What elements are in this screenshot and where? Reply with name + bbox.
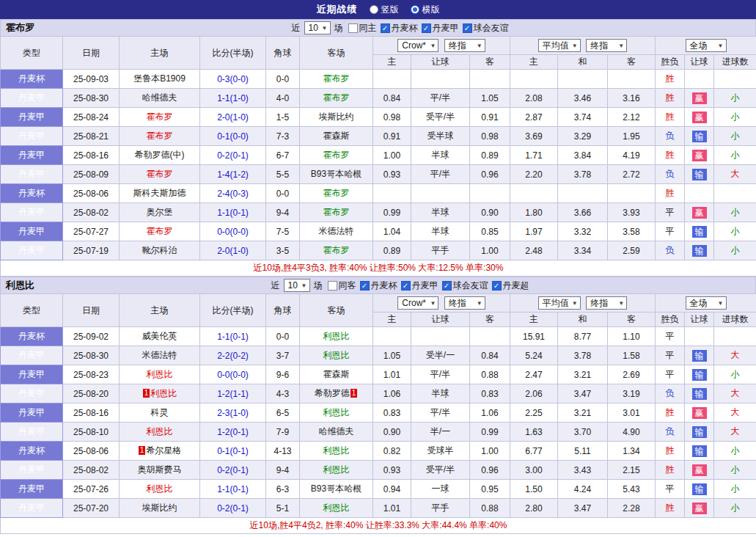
- away-team-cell[interactable]: 希勒罗德1: [300, 384, 373, 403]
- away-team-cell[interactable]: 霍布罗: [300, 203, 373, 222]
- league-type-cell: 丹麦甲: [1, 203, 63, 222]
- filter-checkbox-球会友谊[interactable]: ✓球会友谊: [442, 280, 488, 292]
- checkbox-icon[interactable]: [328, 281, 337, 291]
- layout-radio-horizontal[interactable]: 横版: [411, 4, 440, 16]
- home-team-cell[interactable]: 靴尔科治: [120, 241, 200, 260]
- handicap-result-badge: 输: [692, 245, 707, 257]
- home-team-cell[interactable]: 利恩比: [120, 365, 200, 384]
- odds-stage-select[interactable]: 终指▼: [444, 39, 485, 52]
- away-team-cell[interactable]: 利恩比: [300, 403, 373, 423]
- odds-company-group: Crow*▼ 终指▼: [373, 294, 510, 313]
- home-team-cell[interactable]: 威美伦英: [120, 327, 200, 346]
- avg-odds-cell: 3.47: [558, 499, 608, 518]
- result-scope-select[interactable]: 全场▼: [686, 39, 727, 52]
- checkbox-icon[interactable]: ✓: [381, 23, 390, 33]
- result-text: 平: [666, 369, 675, 379]
- checkbox-icon[interactable]: ✓: [401, 281, 411, 291]
- subcol-avg-draw: 和: [558, 55, 608, 70]
- team-name-text: 米德法特: [142, 350, 177, 360]
- home-team-cell[interactable]: 利恩比: [120, 423, 200, 442]
- checkbox-icon[interactable]: ✓: [360, 281, 370, 291]
- home-team-cell[interactable]: 霍布罗: [120, 108, 200, 127]
- away-team-cell[interactable]: 霍森斯: [300, 365, 373, 384]
- checkbox-icon[interactable]: ✓: [492, 281, 502, 291]
- checkbox-icon[interactable]: ✓: [422, 23, 431, 33]
- away-team-cell[interactable]: 霍布罗: [300, 146, 373, 165]
- filter-checkbox-丹麦杯[interactable]: ✓丹麦杯: [360, 280, 397, 292]
- filter-checkbox-同主[interactable]: 同主: [348, 22, 377, 34]
- match-count-select[interactable]: 10 ▼: [284, 279, 310, 292]
- team-name-text: 霍布罗: [323, 150, 350, 160]
- col-header-home: 主场: [120, 294, 200, 327]
- layout-radio-vertical[interactable]: 竖版: [370, 4, 399, 16]
- home-team-cell[interactable]: 斯科夫斯加德: [120, 184, 200, 203]
- match-count-select[interactable]: 10 ▼: [304, 21, 331, 34]
- away-team-cell[interactable]: 利恩比: [300, 499, 373, 518]
- avg-odds-cell: 2.20: [510, 165, 558, 184]
- odds-stage-select[interactable]: 终指▼: [444, 296, 485, 310]
- filter-checkbox-同客[interactable]: 同客: [328, 280, 356, 292]
- handicap-result-badge: 输: [692, 388, 707, 400]
- filter-checkbox-球会友谊[interactable]: ✓球会友谊: [463, 22, 509, 34]
- home-team-cell[interactable]: 霍布罗: [120, 222, 200, 241]
- result-scope-select[interactable]: 全场▼: [686, 296, 727, 310]
- odds-cell: 半球: [411, 146, 470, 165]
- avg-odds-cell: [558, 70, 608, 89]
- handicap-result-cell: [685, 327, 714, 346]
- result-text: 胜: [666, 92, 675, 103]
- home-team-name: 哈维德夫: [142, 92, 177, 103]
- away-team-cell[interactable]: 哈维德夫: [300, 423, 373, 442]
- filter-checkbox-丹麦杯[interactable]: ✓丹麦杯: [381, 22, 418, 34]
- away-team-cell[interactable]: B93哥本哈根: [300, 165, 373, 184]
- home-team-cell[interactable]: 科灵: [120, 403, 200, 423]
- odds-cell: 0.85: [470, 222, 510, 241]
- home-team-cell[interactable]: 米德法特: [120, 346, 200, 365]
- checkbox-icon[interactable]: [348, 23, 358, 33]
- away-team-cell[interactable]: 利恩比: [300, 442, 373, 461]
- away-team-cell[interactable]: 霍森斯: [300, 127, 373, 146]
- away-team-cell[interactable]: 霍布罗: [300, 89, 373, 108]
- filter-checkbox-丹麦超[interactable]: ✓丹麦超: [492, 280, 529, 292]
- away-team-cell[interactable]: 米德法特: [300, 222, 373, 241]
- avg-stage-select[interactable]: 终指▼: [586, 39, 627, 52]
- home-team-cell[interactable]: 1利恩比: [120, 384, 200, 403]
- checkbox-icon[interactable]: ✓: [442, 281, 452, 291]
- away-team-cell[interactable]: 利恩比: [300, 346, 373, 365]
- result-text: 负: [666, 131, 675, 141]
- avg-odds-cell: 3.93: [608, 203, 656, 222]
- home-team-cell[interactable]: 希勒罗德(中): [120, 146, 200, 165]
- home-team-cell[interactable]: 奥胡斯费马: [120, 461, 200, 480]
- col-header-home: 主场: [120, 37, 200, 70]
- checkbox-icon[interactable]: ✓: [463, 23, 472, 33]
- home-team-cell[interactable]: 哈维德夫: [120, 89, 200, 108]
- home-team-cell[interactable]: 1希尔星格: [120, 442, 200, 461]
- filter-checkbox-丹麦甲[interactable]: ✓丹麦甲: [401, 280, 438, 292]
- away-team-cell[interactable]: 霍布罗: [300, 241, 373, 260]
- odds-cell: 半球: [411, 384, 470, 403]
- home-team-cell[interactable]: 奥尔堡: [120, 203, 200, 222]
- home-team-cell[interactable]: 埃斯比约: [120, 499, 200, 518]
- avg-odds-select[interactable]: 平均值▼: [538, 39, 581, 52]
- filter-checkbox-丹麦甲[interactable]: ✓丹麦甲: [422, 22, 459, 34]
- away-team-cell[interactable]: 霍布罗: [300, 184, 373, 203]
- away-team-cell[interactable]: B93哥本哈根: [300, 480, 373, 499]
- match-row: 丹麦杯25-08-061希尔星格0-1(0-1)4-13利恩比0.82受球半1.…: [1, 442, 756, 461]
- avg-odds-cell: 3.84: [558, 146, 608, 165]
- avg-stage-select[interactable]: 终指▼: [586, 296, 627, 310]
- home-team-cell[interactable]: 堡鲁本B1909: [120, 70, 200, 89]
- handicap-result-cell: 赢: [685, 89, 714, 108]
- away-team-cell[interactable]: 埃斯比约: [300, 108, 373, 127]
- avg-odds-select[interactable]: 平均值▼: [538, 296, 581, 310]
- match-count-value: 10: [288, 280, 298, 291]
- away-team-cell[interactable]: 利恩比: [300, 461, 373, 480]
- match-row: 丹麦甲25-08-23利恩比0-0(0-0)9-6霍森斯1.01平/半0.882…: [1, 365, 756, 384]
- odds-company-select[interactable]: Crow*▼: [397, 296, 438, 310]
- home-team-cell[interactable]: 霍布罗: [120, 127, 200, 146]
- result-scope-select-value: 全场: [690, 297, 708, 310]
- odds-company-select[interactable]: Crow*▼: [397, 39, 438, 52]
- home-team-cell[interactable]: 霍布罗: [120, 165, 200, 184]
- home-team-cell[interactable]: 利恩比: [120, 480, 200, 499]
- match-date-cell: 25-08-06: [63, 184, 120, 203]
- away-team-cell[interactable]: 利恩比: [300, 327, 373, 346]
- away-team-cell[interactable]: 霍布罗: [300, 70, 373, 89]
